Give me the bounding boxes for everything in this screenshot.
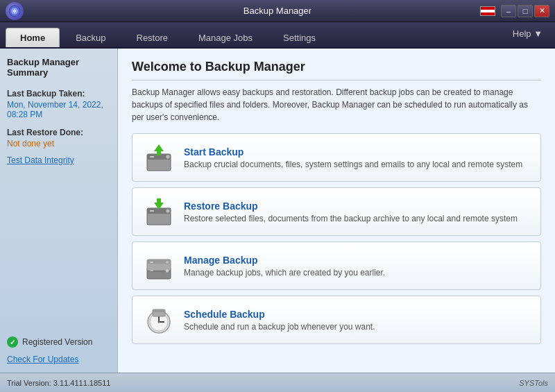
last-backup-label: Last Backup Taken: bbox=[7, 89, 110, 99]
manage-backup-text: Manage Backup Manage backup jobs, which … bbox=[184, 255, 385, 278]
schedule-backup-title: Schedule Backup bbox=[184, 309, 375, 320]
restore-backup-title: Restore Backup bbox=[184, 201, 518, 212]
title-bar-left bbox=[6, 2, 24, 20]
schedule-backup-desc: Schedule and run a backup job whenever y… bbox=[184, 322, 375, 332]
tab-settings[interactable]: Settings bbox=[268, 28, 330, 47]
svg-rect-26 bbox=[153, 309, 165, 312]
check-updates-link[interactable]: Check For Updates bbox=[7, 355, 110, 364]
svg-point-17 bbox=[166, 261, 169, 264]
window-controls: – □ ✕ bbox=[480, 5, 549, 17]
svg-point-5 bbox=[166, 155, 170, 159]
version-label: Trial Version: 3.11.4111.18511 bbox=[7, 379, 110, 387]
help-button[interactable]: Help ▼ bbox=[506, 24, 549, 43]
manage-backup-desc: Manage backup jobs, which are created by… bbox=[184, 268, 385, 278]
start-backup-desc: Backup crucial documents, files, system … bbox=[184, 160, 522, 169]
sidebar: Backup Manager Summary Last Backup Taken… bbox=[0, 49, 118, 373]
status-bar: Trial Version: 3.11.4111.18511 SYSTols bbox=[0, 373, 555, 392]
tab-manage-jobs[interactable]: Manage Jobs bbox=[184, 28, 267, 47]
nav-bar: Home Backup Restore Manage Jobs Settings… bbox=[0, 22, 555, 49]
schedule-backup-text: Schedule Backup Schedule and run a backu… bbox=[184, 309, 375, 332]
start-backup-text: Start Backup Backup crucial documents, f… bbox=[184, 146, 522, 169]
app-icon bbox=[6, 2, 24, 20]
svg-rect-9 bbox=[150, 210, 154, 212]
welcome-desc: Backup Manager allows easy backups and r… bbox=[132, 86, 541, 123]
sidebar-title: Backup Manager Summary bbox=[7, 57, 110, 78]
maximize-button[interactable]: □ bbox=[518, 5, 533, 17]
registered-row: ✓ Registered Version bbox=[7, 336, 110, 348]
last-restore-value: Not done yet bbox=[7, 139, 110, 148]
manage-backup-icon bbox=[142, 249, 176, 282]
manage-backup-title: Manage Backup bbox=[184, 255, 385, 266]
title-bar: Backup Manager – □ ✕ bbox=[0, 0, 555, 22]
tab-home[interactable]: Home bbox=[6, 28, 60, 47]
minimize-button[interactable]: – bbox=[501, 5, 516, 17]
svg-rect-4 bbox=[150, 156, 154, 157]
schedule-backup-card[interactable]: Schedule Backup Schedule and run a backu… bbox=[132, 296, 541, 344]
last-backup-value: Mon, November 14, 2022, 08:28 PM bbox=[7, 100, 110, 119]
registered-icon: ✓ bbox=[7, 336, 18, 348]
restore-backup-icon bbox=[142, 195, 176, 228]
restore-backup-text: Restore Backup Restore selected files, d… bbox=[184, 201, 518, 223]
main-container: Backup Manager Summary Last Backup Taken… bbox=[0, 49, 555, 373]
schedule-backup-icon bbox=[142, 303, 176, 336]
restore-backup-desc: Restore selected files, documents from t… bbox=[184, 214, 518, 223]
last-restore-label: Last Restore Done: bbox=[7, 128, 110, 137]
start-backup-title: Start Backup bbox=[184, 146, 522, 157]
content-area: Welcome to Backup Manager Backup Manager… bbox=[118, 49, 555, 373]
start-backup-icon bbox=[142, 141, 176, 174]
svg-rect-18 bbox=[150, 270, 153, 271]
svg-rect-16 bbox=[150, 262, 153, 263]
watermark: SYSTols bbox=[519, 379, 548, 387]
tab-backup[interactable]: Backup bbox=[61, 28, 120, 47]
svg-point-24 bbox=[158, 321, 160, 323]
tab-restore[interactable]: Restore bbox=[122, 28, 183, 47]
close-button[interactable]: ✕ bbox=[534, 5, 549, 17]
start-backup-card[interactable]: Start Backup Backup crucial documents, f… bbox=[132, 133, 541, 182]
flag-icon bbox=[480, 6, 495, 16]
window-title: Backup Manager bbox=[244, 6, 311, 16]
svg-point-10 bbox=[166, 209, 170, 213]
test-data-integrity-link[interactable]: Test Data Integrity bbox=[7, 155, 110, 165]
registered-text: Registered Version bbox=[22, 337, 92, 347]
svg-point-19 bbox=[166, 269, 169, 273]
welcome-title: Welcome to Backup Manager bbox=[132, 60, 541, 80]
restore-backup-card[interactable]: Restore Backup Restore selected files, d… bbox=[132, 187, 541, 236]
manage-backup-card[interactable]: Manage Backup Manage backup jobs, which … bbox=[132, 241, 541, 290]
